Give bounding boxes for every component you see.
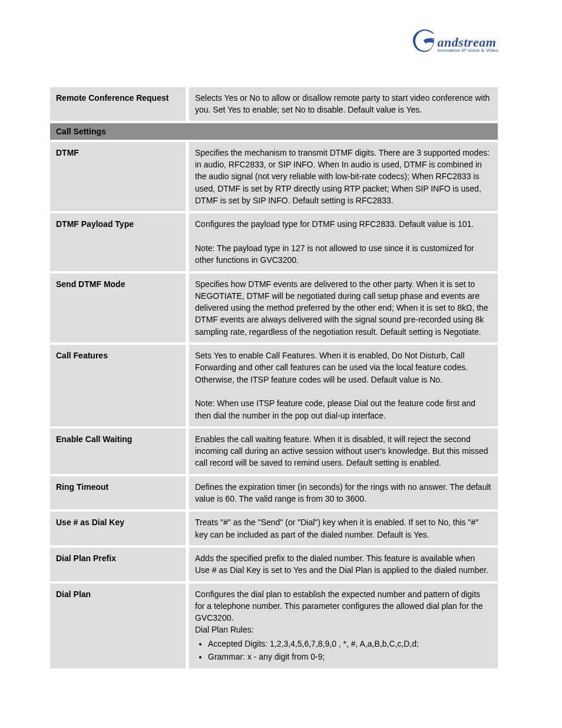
table-row: Call FeaturesSets Yes to enable Call Fea… — [50, 344, 498, 427]
setting-description: Specifies the mechanism to transmit DTMF… — [189, 141, 498, 212]
table-row: DTMFSpecifies the mechanism to transmit … — [50, 141, 498, 212]
setting-label: Enable Call Waiting — [50, 427, 186, 475]
table-row: DTMF Payload TypeConfigures the payload … — [50, 212, 498, 272]
setting-description: Sets Yes to enable Call Features. When i… — [189, 344, 498, 427]
brand-logo: andstream Innovative IP Voice & Video — [412, 29, 498, 53]
setting-description: Treats "#" as the "Send" (or "Dial") key… — [189, 510, 498, 546]
setting-description: Selects Yes or No to allow or disallow r… — [189, 87, 498, 122]
brand-tagline: Innovative IP Voice & Video — [438, 48, 498, 53]
setting-description: Configures the payload type for DTMF usi… — [189, 212, 498, 272]
section-header: Call Settings — [50, 122, 498, 141]
settings-table: Remote Conference RequestSelects Yes or … — [50, 87, 498, 671]
setting-label: DTMF — [50, 141, 186, 212]
table-row: Enable Call WaitingEnables the call wait… — [50, 427, 498, 475]
setting-description: Configures the dial plan to establish th… — [189, 582, 498, 670]
table-row: Ring TimeoutDefines the expiration timer… — [50, 475, 498, 511]
setting-label: Remote Conference Request — [50, 87, 186, 122]
setting-label: Dial Plan Prefix — [50, 546, 186, 582]
setting-description: Specifies how DTMF events are delivered … — [189, 272, 498, 344]
setting-description: Enables the call waiting feature. When i… — [189, 427, 498, 475]
table-row: Call Settings — [50, 122, 498, 141]
list-item: Grammar: x - any digit from 0-9; — [208, 651, 492, 663]
list-item: Accepted Digits: 1,2,3,4,5,6,7,8,9,0 , *… — [208, 638, 492, 650]
setting-label: Dial Plan — [50, 582, 186, 670]
table-row: Send DTMF ModeSpecifies how DTMF events … — [50, 272, 498, 344]
setting-description: Adds the specified prefix to the dialed … — [189, 546, 498, 582]
logo-g-icon — [412, 29, 438, 53]
setting-label: Use # as Dial Key — [50, 510, 186, 546]
table-row: Dial Plan PrefixAdds the specified prefi… — [50, 546, 498, 582]
table-row: Dial PlanConfigures the dial plan to est… — [50, 582, 498, 670]
bullet-list: Accepted Digits: 1,2,3,4,5,6,7,8,9,0 , *… — [208, 638, 492, 663]
table-row: Use # as Dial KeyTreats "#" as the "Send… — [50, 510, 498, 546]
setting-label: DTMF Payload Type — [50, 212, 186, 272]
table-row: Remote Conference RequestSelects Yes or … — [50, 87, 498, 122]
setting-description: Defines the expiration timer (in seconds… — [189, 475, 498, 511]
setting-label: Call Features — [50, 344, 186, 427]
setting-label: Send DTMF Mode — [50, 272, 186, 344]
setting-label: Ring Timeout — [50, 475, 186, 511]
